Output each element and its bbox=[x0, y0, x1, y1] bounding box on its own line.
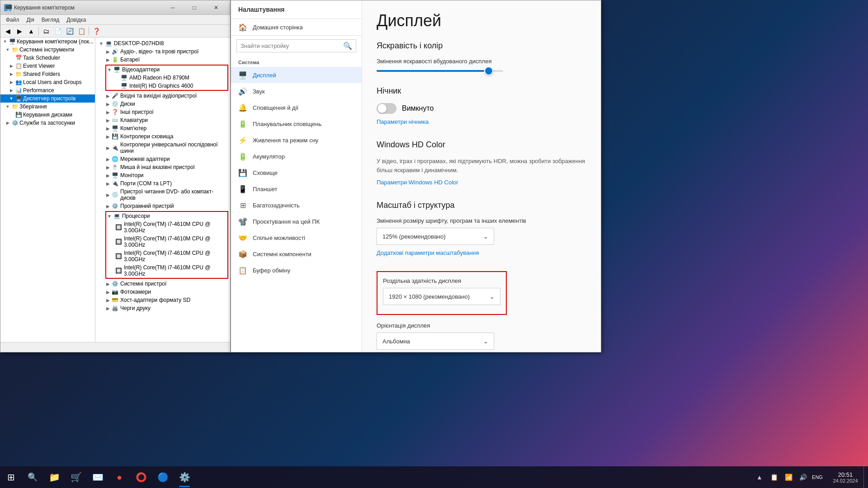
device-root[interactable]: ▼ 💻 DESKTOP-D07HDI8 bbox=[97, 39, 228, 47]
settings-search-input[interactable] bbox=[241, 42, 340, 49]
settings-search-box[interactable]: 🔍 bbox=[236, 39, 356, 52]
up-button[interactable]: ▲ bbox=[26, 26, 37, 36]
tree-shared-folders[interactable]: ▶ 📁 Shared Folders bbox=[0, 70, 95, 78]
tree-local-users[interactable]: ▶ 👥 Local Users and Groups bbox=[0, 78, 95, 86]
device-keyboard[interactable]: ▶ ⌨️ Клавіатури bbox=[97, 116, 228, 124]
show-hide-button[interactable]: 🗂 bbox=[41, 26, 52, 36]
taskbar-app-mail[interactable]: ✉️ bbox=[87, 466, 108, 488]
device-other[interactable]: ▶ ❓ Інші пристрої bbox=[97, 108, 228, 116]
device-processors[interactable]: ▼ 💻 Процесори bbox=[106, 212, 227, 220]
brightness-thumb[interactable] bbox=[484, 66, 493, 75]
device-disks[interactable]: ▶ 💿 Диски bbox=[97, 100, 228, 108]
nav-shared-exp[interactable]: 🤝 Спільні можливості bbox=[231, 230, 362, 246]
night-mode-toggle[interactable] bbox=[377, 103, 396, 114]
nav-notifications[interactable]: 🔔 Сповіщення й дії bbox=[231, 99, 362, 116]
tray-chevron-icon[interactable]: ▲ bbox=[753, 471, 766, 483]
menu-file[interactable]: Файл bbox=[2, 16, 23, 24]
device-sd[interactable]: ▶ 💳 Хост-адаптери формату SD bbox=[97, 296, 228, 304]
device-cpu1[interactable]: 🔲 Intel(R) Core(TM) i7-4610M CPU @ 3.00G… bbox=[106, 220, 227, 235]
nav-power[interactable]: ⚡ Живлення та режим сну bbox=[231, 132, 362, 148]
taskbar-app-store[interactable]: 🛒 bbox=[65, 466, 87, 488]
taskbar-app-explorer[interactable]: 📁 bbox=[43, 466, 65, 488]
close-button[interactable]: ✕ bbox=[206, 1, 226, 14]
device-video[interactable]: ▼ 🖥️ Відеоадаптери bbox=[106, 66, 227, 74]
help-button[interactable]: ❓ bbox=[91, 26, 102, 36]
tree-services-label: Служби та застосунки bbox=[19, 120, 75, 126]
nav-sound[interactable]: 🔊 Звук bbox=[231, 83, 362, 99]
orientation-select[interactable]: Альбомна ⌄ bbox=[377, 333, 494, 350]
tree-services[interactable]: ▶ ⚙️ Служби та застосунки bbox=[0, 119, 95, 127]
start-button[interactable]: ⊞ bbox=[0, 466, 22, 488]
device-camera[interactable]: ▶ 📷 Фотокамери bbox=[97, 288, 228, 296]
nav-storage[interactable]: 💾 Сховище bbox=[231, 164, 362, 181]
device-sysdevices[interactable]: ▶ ⚙️ Системні пристрої bbox=[97, 280, 228, 288]
taskbar-app-2[interactable]: 🔵 bbox=[152, 466, 174, 488]
taskbar-search-button[interactable]: 🔍 bbox=[22, 466, 43, 488]
taskbar-app-settings[interactable]: ⚙️ bbox=[174, 466, 195, 488]
device-battery[interactable]: ▶ 🔋 Батареї bbox=[97, 56, 228, 64]
cm-menubar: Файл Дія Вигляд Довідка bbox=[0, 15, 230, 25]
nav-focus[interactable]: 🔋 Планувальник сповіщень bbox=[231, 116, 362, 132]
maximize-button[interactable]: □ bbox=[184, 1, 205, 14]
tree-root[interactable]: ▼ 🖥️ Керування комп'ютером (лок... bbox=[0, 38, 95, 46]
tray-lang[interactable]: ENG bbox=[811, 471, 824, 483]
device-audio-io[interactable]: ▶ 🎤 Вхідні та вихідні аудіопристрої bbox=[97, 92, 228, 100]
tree-task-scheduler[interactable]: ▶ 📅 Task Scheduler bbox=[0, 54, 95, 62]
device-mouse[interactable]: ▶ 🖱️ Миша й інші вказівні пристрої bbox=[97, 163, 228, 171]
menu-view[interactable]: Вигляд bbox=[38, 16, 63, 24]
syscomp-nav-icon: 📦 bbox=[238, 249, 247, 258]
resolution-select[interactable]: 868 × 488 (рекомендовано) ⌄ bbox=[383, 288, 500, 305]
tree-performance[interactable]: ▶ 📊 Performance bbox=[0, 86, 95, 94]
device-dvd[interactable]: ▶ 💿 Пристрої читання DVD- або компакт-ди… bbox=[97, 188, 228, 202]
device-computer[interactable]: ▶ 🖥️ Комп'ютер bbox=[97, 124, 228, 132]
device-cpu2[interactable]: 🔲 Intel(R) Core(TM) i7-4610M CPU @ 3.00G… bbox=[106, 235, 227, 249]
device-network[interactable]: ▶ 🌐 Мережеві адаптери bbox=[97, 155, 228, 163]
device-ports[interactable]: ▶ 🔌 Порти (COM та LPT) bbox=[97, 179, 228, 188]
scale-select[interactable]: 125% (рекомендовано) ⌄ bbox=[377, 228, 494, 245]
tree-system-tools[interactable]: ▼ 📁 Системні інструменти bbox=[0, 46, 95, 54]
device-storage-ctrl[interactable]: ▶ 💾 Контролери сховища bbox=[97, 132, 228, 141]
device-cpu3[interactable]: 🔲 Intel(R) Core(TM) i7-4610M CPU @ 3.00G… bbox=[106, 249, 227, 263]
menu-help[interactable]: Довідка bbox=[63, 16, 90, 24]
tree-storage[interactable]: ▼ 📁 Зберігання bbox=[0, 103, 95, 111]
tree-disk-mgmt[interactable]: ▶ 💾 Керування дисками bbox=[0, 111, 95, 119]
nav-project[interactable]: 📽️ Проєктування на цей ПК bbox=[231, 213, 362, 230]
nav-clipboard[interactable]: 📋 Буфер обміну bbox=[231, 262, 362, 278]
night-mode-link[interactable]: Параметри нічника bbox=[377, 118, 429, 125]
tray-notification-icon[interactable]: 📋 bbox=[768, 471, 780, 483]
nav-sys-components[interactable]: 📦 Системні компоненти bbox=[231, 246, 362, 262]
nav-tablet[interactable]: 📱 Планшет bbox=[231, 181, 362, 197]
device-monitors[interactable]: ▶ 🖥️ Монітори bbox=[97, 171, 228, 179]
back-button[interactable]: ◀ bbox=[2, 26, 13, 36]
nav-battery[interactable]: 🔋 Акумулятор bbox=[231, 148, 362, 164]
nav-display[interactable]: 🖥️ Дисплей bbox=[231, 67, 362, 83]
nav-multitask[interactable]: ⊞ Багатозадачність bbox=[231, 197, 362, 213]
forward-button[interactable]: ▶ bbox=[14, 26, 25, 36]
expand-icon-empty: ▶ bbox=[8, 54, 15, 61]
device-software[interactable]: ▶ ⚙️ Програмний пристрій bbox=[97, 202, 228, 210]
settings-home-button[interactable]: 🏠 Домашня сторінка bbox=[231, 19, 362, 36]
device-audio[interactable]: ▶ 🔊 Аудіо-, відео- та ігрові пристрої bbox=[97, 47, 228, 56]
show-desktop-button[interactable] bbox=[863, 466, 868, 488]
tray-volume-icon[interactable]: 🔊 bbox=[797, 471, 809, 483]
taskbar-app-1[interactable]: ● bbox=[108, 466, 130, 488]
tree-device-manager[interactable]: ▼ 🖥️ Диспетчер пристроїв bbox=[0, 94, 95, 103]
refresh-button[interactable]: 🔄 bbox=[64, 26, 75, 36]
menu-action[interactable]: Дія bbox=[23, 16, 38, 24]
device-cpu4[interactable]: 🔲 Intel(R) Core(TM) i7-4610M CPU @ 3.00G… bbox=[106, 263, 227, 278]
hd-color-link[interactable]: Параметри Windows HD Color bbox=[377, 179, 458, 186]
taskbar-clock[interactable]: 20:51 24.02.2024 bbox=[827, 471, 863, 483]
device-amd[interactable]: ▶ 🖥️ AMD Radeon HD 8790M bbox=[106, 74, 227, 82]
taskbar-app-opera[interactable]: ⭕ bbox=[130, 466, 152, 488]
device-print[interactable]: ▶ 🖨️ Черги друку bbox=[97, 304, 228, 312]
scale-link[interactable]: Додаткові параметри масштабування bbox=[377, 249, 479, 256]
minimize-button[interactable]: ─ bbox=[162, 1, 183, 14]
device-usb[interactable]: ▶ 🔌 Контролери універсальної послідовної… bbox=[97, 141, 228, 155]
tree-event-viewer[interactable]: ▶ 📋 Event Viewer bbox=[0, 62, 95, 70]
camera-icon: 📷 bbox=[112, 289, 118, 295]
tray-network-icon[interactable]: 📶 bbox=[782, 471, 795, 483]
properties-button[interactable]: 📄 bbox=[52, 26, 63, 36]
tree-system-tools-label: Системні інструменти bbox=[19, 47, 74, 53]
export-button[interactable]: 📋 bbox=[76, 26, 87, 36]
device-intel-gpu[interactable]: ▶ 🖥️ Intel(R) HD Graphics 4600 bbox=[106, 82, 227, 90]
